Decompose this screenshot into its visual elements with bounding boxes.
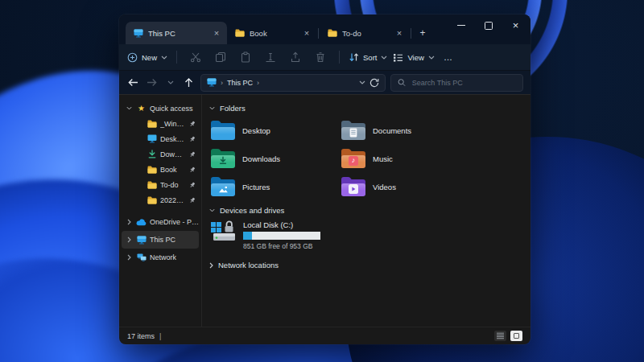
items-view: Folders Desktop Documents (201, 95, 530, 327)
section-header-folders[interactable]: Folders (209, 102, 530, 114)
folder-icon (341, 121, 365, 140)
delete-button[interactable] (311, 51, 330, 63)
recent-locations-button[interactable] (163, 80, 177, 84)
drive-name: Local Disk (C:) (243, 220, 320, 229)
chevron-down-icon (428, 56, 435, 60)
view-icon (393, 53, 403, 62)
chevron-right-icon[interactable] (126, 254, 133, 261)
back-button[interactable] (126, 78, 140, 87)
status-bar: 17 items | (119, 327, 530, 344)
search-box[interactable] (390, 74, 523, 92)
sidebar-gap (119, 208, 201, 213)
folder-icon (147, 196, 157, 204)
view-button[interactable]: View (393, 53, 434, 62)
forward-button[interactable] (145, 78, 159, 87)
close-button[interactable]: × (510, 21, 521, 30)
details-view-button[interactable] (494, 331, 506, 341)
paste-button[interactable] (236, 51, 255, 63)
tab-strip: This PC × Book × To-do × + (126, 22, 433, 44)
new-button[interactable]: New (127, 52, 167, 63)
folders-grid: Desktop Documents Do (209, 114, 530, 204)
tab-book[interactable]: Book × (227, 22, 317, 44)
music-note-glyph: ♪ (341, 154, 365, 167)
chevron-right-icon[interactable] (126, 237, 133, 243)
breadcrumb-item[interactable]: This PC (227, 79, 253, 87)
address-dropdown-icon[interactable] (359, 80, 365, 84)
folder-tile-pictures[interactable]: Pictures (211, 176, 341, 197)
arrow-up-icon (184, 78, 193, 88)
folder-tile-videos[interactable]: Videos (341, 176, 472, 197)
sidebar-item-this-pc[interactable]: This PC (122, 231, 199, 249)
tab-separator (318, 28, 319, 39)
new-button-label: New (142, 53, 157, 62)
folder-icon: ♪ (341, 149, 365, 168)
sidebar-item-quick-access[interactable]: ★ Quick access (119, 101, 201, 116)
rename-button[interactable] (261, 51, 280, 63)
breadcrumb-chevron: › (257, 79, 259, 87)
breadcrumb[interactable]: › This PC › (200, 74, 386, 92)
folder-tile-music[interactable]: ♪ Music (341, 148, 472, 169)
section-title: Folders (220, 104, 246, 113)
tab-this-pc[interactable]: This PC × (126, 22, 227, 44)
maximize-button[interactable] (483, 21, 493, 30)
drive-tile-local-disk-c[interactable]: Local Disk (C:) 851 GB free of 953 GB (209, 216, 530, 254)
sidebar-item-network[interactable]: Network (119, 249, 201, 266)
document-glyph (341, 125, 365, 139)
minimize-button[interactable] (456, 21, 466, 30)
sidebar-item-book[interactable]: Book (119, 162, 201, 177)
cut-button[interactable] (186, 51, 205, 63)
search-input[interactable] (411, 78, 516, 88)
arrow-right-icon (147, 78, 157, 87)
sort-button-label: Sort (363, 53, 377, 62)
refresh-icon[interactable] (369, 78, 379, 88)
folder-name: Videos (373, 183, 396, 191)
share-icon (290, 51, 301, 63)
folder-tile-downloads[interactable]: Downloads (211, 148, 341, 169)
cut-icon (190, 51, 201, 63)
sidebar-item-label: This PC (150, 236, 175, 244)
sidebar-item-label: Desktop (160, 135, 186, 143)
toolbar-separator (339, 51, 340, 64)
folder-tile-desktop[interactable]: Desktop (211, 120, 341, 141)
file-explorer-window: This PC × Book × To-do × + × (119, 14, 530, 344)
folder-icon (211, 149, 235, 168)
view-toggles (494, 331, 522, 341)
tab-separator (411, 28, 411, 39)
see-more-button[interactable]: … (440, 52, 456, 62)
sort-button[interactable]: Sort (349, 52, 387, 62)
share-button[interactable] (286, 51, 305, 63)
sidebar-item-desktop[interactable]: Desktop (119, 131, 201, 146)
sidebar-item-onedrive[interactable]: OneDrive - Personal (119, 213, 201, 231)
chevron-down-icon[interactable] (126, 106, 133, 110)
section-header-network-locations[interactable]: Network locations (209, 259, 530, 271)
copy-button[interactable] (211, 51, 230, 63)
pin-icon (189, 197, 196, 204)
window-controls: × (456, 21, 521, 30)
video-play-glyph (341, 182, 365, 195)
chevron-right-icon[interactable] (126, 219, 133, 225)
toolbar-separator (176, 51, 177, 64)
folder-icon (147, 166, 157, 174)
up-button[interactable] (182, 78, 196, 88)
tab-close-icon[interactable]: × (301, 28, 312, 38)
desktop-icon (147, 134, 157, 143)
folder-name: Desktop (242, 126, 270, 135)
new-tab-button[interactable]: + (412, 22, 433, 44)
sidebar-item-windows[interactable]: _Windows (119, 116, 201, 131)
section-header-devices[interactable]: Devices and drives (209, 204, 530, 216)
folder-icon (235, 29, 245, 37)
tab-close-icon[interactable]: × (394, 28, 405, 38)
sidebar-item-downloads[interactable]: Downloads (119, 146, 201, 162)
tab-to-do[interactable]: To-do × (320, 22, 410, 44)
download-icon (147, 150, 157, 158)
tab-close-icon[interactable]: × (211, 28, 222, 38)
folder-name: Downloads (242, 154, 280, 163)
sidebar-item-2022-03[interactable]: 2022-03 (119, 192, 201, 208)
folder-icon (147, 181, 157, 189)
folder-tile-documents[interactable]: Documents (341, 120, 472, 141)
drive-info: Local Disk (C:) 851 GB free of 953 GB (243, 220, 320, 250)
title-bar[interactable]: This PC × Book × To-do × + × (119, 14, 530, 44)
sidebar-item-label: Quick access (150, 105, 193, 113)
sidebar-item-to-do[interactable]: To-do (119, 177, 201, 192)
large-icons-view-button[interactable] (510, 331, 522, 341)
